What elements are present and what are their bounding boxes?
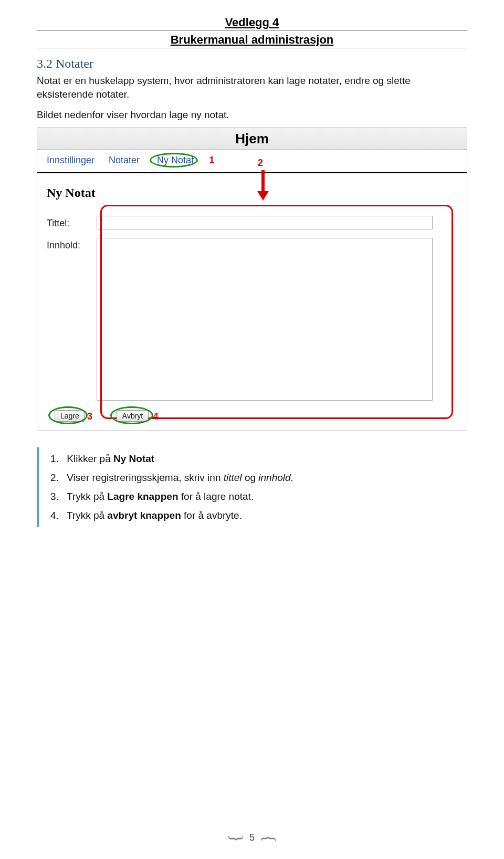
- list-item: 1. Klikker på Ny Notat: [50, 449, 467, 468]
- list-item: 4. Trykk på avbryt knappen for å avbryte…: [50, 506, 467, 525]
- list-item: 3. Trykk på Lagre knappen for å lagre no…: [50, 487, 467, 506]
- step-em: tittel: [224, 472, 242, 483]
- textarea-innhold[interactable]: [97, 238, 433, 401]
- header-manual-subtitle: Brukermanual administrasjon: [37, 33, 467, 47]
- section-heading: 3.2 Notater: [37, 57, 467, 71]
- callout-circle-1: [150, 153, 198, 167]
- callout-number-1: 1: [209, 155, 214, 165]
- step-strong: Ny Notat: [113, 453, 154, 464]
- step-text: for å lagre notat.: [178, 491, 254, 502]
- step-em: innhold: [258, 472, 290, 483]
- figure-header-bar: Hjem: [37, 128, 467, 150]
- step-text: Trykk på: [67, 510, 107, 521]
- step-text: Viser registreringsskjema, skriv inn: [67, 472, 223, 483]
- step-text: for å avbryte.: [181, 510, 242, 521]
- input-tittel[interactable]: [97, 216, 433, 229]
- page-number: 5: [249, 832, 255, 843]
- cancel-button[interactable]: Avbryt: [117, 410, 149, 422]
- form-heading: Ny Notat: [47, 186, 467, 200]
- nav-link-notater[interactable]: Notater: [109, 155, 140, 166]
- step-text: Klikker på: [67, 453, 113, 464]
- step-number: 1.: [50, 449, 64, 468]
- step-number: 3.: [50, 487, 64, 506]
- step-number: 4.: [50, 506, 64, 525]
- nav-link-innstillinger[interactable]: Innstillinger: [47, 155, 94, 166]
- instruction-list: 1. Klikker på Ny Notat 2. Viser registre…: [37, 447, 467, 527]
- step-text: .: [291, 472, 293, 483]
- step-text: og: [242, 472, 259, 483]
- page-footer: } 5 }: [0, 832, 504, 846]
- callout-number-3: 3: [87, 411, 92, 422]
- save-button[interactable]: Lagre: [55, 410, 85, 422]
- step-strong: Lagre knappen: [107, 491, 178, 502]
- callout-number-2: 2: [258, 158, 263, 169]
- callout-number-4: 4: [153, 411, 159, 422]
- rule-under-subtitle: [37, 48, 467, 48]
- screenshot-figure: Hjem Innstillinger Notater Ny Notat 1 2 …: [37, 127, 467, 431]
- step-strong: avbryt knappen: [107, 510, 181, 521]
- step-text: Trykk på: [67, 491, 107, 502]
- callout-arrow-2: [258, 170, 268, 201]
- label-innhold: Innhold:: [47, 238, 97, 251]
- header-attachment-title: Vedlegg 4: [37, 16, 467, 29]
- step-number: 2.: [50, 468, 64, 487]
- label-tittel: Tittel:: [47, 216, 97, 229]
- rule-top: [37, 30, 467, 31]
- list-item: 2. Viser registreringsskjema, skriv inn …: [50, 468, 467, 487]
- section-paragraph-1: Notat er en huskelapp system, hvor admin…: [37, 74, 467, 101]
- section-paragraph-2: Bildet nedenfor viser hvordan lage ny no…: [37, 108, 467, 122]
- figure-nav-bar: Innstillinger Notater Ny Notat 1: [37, 150, 467, 173]
- page-title-hjem: Hjem: [37, 131, 467, 147]
